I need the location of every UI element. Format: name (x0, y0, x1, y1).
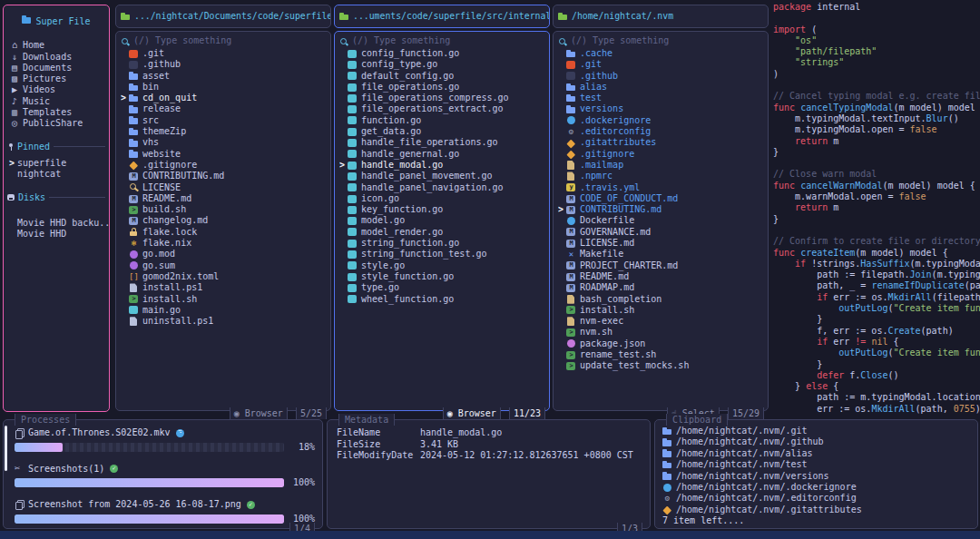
file-row[interactable]: .git (121, 48, 330, 59)
file-row[interactable]: MPROJECT_CHARTER.md (558, 260, 768, 271)
file-row[interactable]: main.go (121, 305, 330, 316)
file-row[interactable]: bin (121, 82, 330, 93)
file-row[interactable]: y.travis.yml (558, 182, 768, 193)
file-row[interactable]: default_config.go (339, 71, 549, 82)
file-name: .editorconfig (580, 126, 651, 137)
file-row[interactable]: .gitattributes (558, 137, 768, 148)
file-row[interactable]: package.json (558, 338, 768, 349)
file-row[interactable]: ✕Makefile (558, 249, 768, 260)
file-row[interactable]: MCONTRIBUTING.md (121, 171, 330, 181)
file-row[interactable]: key_function.go (339, 204, 549, 215)
file-row[interactable]: uninstall.ps1 (121, 316, 330, 327)
file-row[interactable]: config_type.go (339, 59, 549, 70)
file-row[interactable]: go.sum (121, 260, 330, 271)
file-row[interactable]: bash_completion (558, 294, 768, 305)
clipboard-item[interactable]: /home/nightcat/.nvm/test (662, 459, 972, 470)
file-row[interactable]: function.go (339, 115, 549, 126)
file-row[interactable]: >MCONTRIBUTING.md (558, 204, 768, 215)
file-row[interactable]: .npmrc (558, 171, 768, 181)
file-row[interactable]: >install.sh (121, 294, 330, 305)
file-icon (129, 93, 139, 103)
file-panel: ...uments/code/superfile/src/internal (/… (334, 0, 550, 413)
file-row[interactable]: handle_file_operations.go (339, 137, 549, 148)
file-row[interactable]: style.go (339, 260, 549, 271)
clipboard-item[interactable]: /home/nightcat/.nvm/versions (662, 471, 972, 482)
file-row[interactable]: MGOVERNANCE.md (558, 227, 768, 238)
file-row[interactable]: .gitignore (121, 160, 330, 171)
file-row[interactable]: >nvm.sh (558, 327, 768, 338)
file-row[interactable]: .git (558, 59, 768, 70)
file-row[interactable]: src (121, 115, 330, 126)
process-status-icon: ✓ (247, 501, 255, 509)
file-row[interactable]: MLICENSE.md (558, 238, 768, 249)
file-row[interactable]: handle_genernal.go (339, 149, 549, 160)
process-item[interactable]: Game.of.Thrones.S02E02.mkv⠙ 18% (15, 427, 315, 453)
file-row[interactable]: LICENSE (121, 182, 330, 193)
file-row[interactable]: .cache (558, 48, 768, 59)
file-row[interactable]: alias (558, 82, 768, 93)
file-row[interactable]: ⚙.editorconfig (558, 126, 768, 137)
search-input[interactable]: (/) Type something (121, 35, 330, 47)
file-row[interactable]: .mailmap (558, 160, 768, 171)
file-row[interactable]: versions (558, 103, 768, 114)
file-name: function.go (361, 115, 421, 126)
file-row[interactable]: flake.lock (121, 227, 330, 238)
file-row[interactable]: go.mod (121, 249, 330, 260)
file-row[interactable]: []gomod2nix.toml (121, 271, 330, 282)
file-row[interactable]: model_render.go (339, 227, 549, 238)
file-row[interactable]: Mchangelog.md (121, 215, 330, 226)
file-row[interactable]: wheel_function.go (339, 294, 549, 305)
clipboard-item[interactable]: /home/nightcat/.nvm/.dockerignore (662, 482, 972, 493)
file-row[interactable]: file_operations_extract.go (339, 103, 549, 114)
file-row[interactable]: >handle_modal.go (339, 160, 549, 171)
file-row[interactable]: >cd_on_quit (121, 93, 330, 103)
file-row[interactable]: model.go (339, 215, 549, 226)
file-panels: .../nightcat/Documents/code/superfile (/… (0, 0, 771, 417)
file-row[interactable]: get_data.go (339, 126, 549, 137)
file-row[interactable]: >rename_test.sh (558, 349, 768, 360)
file-row[interactable]: string_function.go (339, 238, 549, 249)
file-row[interactable]: icon.go (339, 193, 549, 204)
file-row[interactable]: release (121, 103, 330, 114)
clipboard-item[interactable]: /home/nightcat/.nvm/.git (662, 426, 972, 436)
file-row[interactable]: >build.sh (121, 204, 330, 215)
process-item[interactable]: Screenshot from 2024-05-26 16-08-17.png✓… (15, 499, 315, 524)
file-row[interactable]: .github (558, 71, 768, 82)
clipboard-item[interactable]: /home/nightcat/.nvm/alias (662, 448, 972, 459)
file-row[interactable]: asset (121, 71, 330, 82)
file-row[interactable]: ❄flake.nix (121, 238, 330, 249)
clipboard-item[interactable]: /home/nightcat/.nvm/.github (662, 436, 972, 447)
file-row[interactable]: type.go (339, 282, 549, 293)
scrollbar[interactable] (5, 426, 7, 471)
process-item[interactable]: ✂Screenshots(1)✓ 100% (15, 463, 315, 488)
file-row[interactable]: Dockerfile (558, 215, 768, 226)
process-status-icon: ⠙ (176, 429, 184, 437)
search-input[interactable]: (/) Type something (558, 35, 768, 47)
file-row[interactable]: handle_panel_movement.go (339, 171, 549, 181)
file-row[interactable]: >install.sh (558, 305, 768, 316)
file-row[interactable]: MREADME.md (121, 193, 330, 204)
file-row[interactable]: MROADMAP.md (558, 282, 768, 293)
file-row[interactable]: install.ps1 (121, 282, 330, 293)
file-row[interactable]: nvm-exec (558, 316, 768, 327)
file-icon (348, 182, 358, 192)
file-row[interactable]: style_function.go (339, 271, 549, 282)
file-row[interactable]: MCODE_OF_CONDUCT.md (558, 193, 768, 204)
file-row[interactable]: test (558, 93, 768, 103)
file-row[interactable]: file_operations.go (339, 82, 549, 93)
file-row[interactable]: .dockerignore (558, 115, 768, 126)
file-row[interactable]: handle_panel_navigation.go (339, 182, 549, 193)
file-row[interactable]: vhs (121, 137, 330, 148)
clipboard-item[interactable]: ⚙/home/nightcat/.nvm/.editorconfig (662, 493, 972, 504)
file-row[interactable]: themeZip (121, 126, 330, 137)
file-row[interactable]: file_operations_compress.go (339, 93, 549, 103)
file-row[interactable]: .github (121, 59, 330, 70)
file-row[interactable]: .gitignore (558, 149, 768, 160)
file-row[interactable]: string_function_test.go (339, 249, 549, 260)
file-row[interactable]: MREADME.md (558, 271, 768, 282)
file-row[interactable]: >update_test_mocks.sh (558, 360, 768, 371)
file-row[interactable]: website (121, 149, 330, 160)
file-row[interactable]: config_function.go (339, 48, 549, 59)
search-input[interactable]: (/) Type something (339, 35, 549, 47)
clipboard-item[interactable]: /home/nightcat/.nvm/.gitattributes (662, 505, 972, 515)
